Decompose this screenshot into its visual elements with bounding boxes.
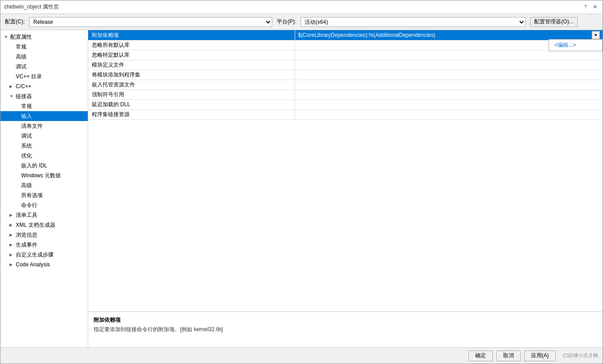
tree-arrow-xml-gen: ▶ [9, 221, 15, 229]
tree-item-linker-system[interactable]: 系统 [0, 141, 88, 151]
prop-row-7[interactable]: 延迟加载的 DLL [88, 100, 603, 110]
tree-label-browse-info: 浏览信息 [16, 231, 37, 239]
tree-label-linker-idl: 嵌入的 IDL [21, 162, 47, 170]
tree-arrow-browse-info: ▶ [9, 231, 15, 239]
close-button[interactable]: ✕ [591, 4, 599, 10]
tree-label-linker-opt: 优化 [21, 152, 32, 160]
tree-item-advanced[interactable]: 高级 [0, 52, 88, 62]
tree-item-linker[interactable]: ▼链接器 [0, 91, 88, 101]
prop-row-6[interactable]: 强制符号引用 [88, 90, 603, 100]
tree-item-linker-winmeta[interactable]: Windows 元数据 [0, 171, 88, 180]
config-label: 配置(C): [5, 18, 25, 26]
tree-item-xml-gen[interactable]: ▶XML 文档生成器 [0, 220, 88, 230]
tree-item-linker-idl[interactable]: 嵌入的 IDL [0, 161, 88, 171]
cancel-button[interactable]: 取消 [496, 351, 521, 361]
tree-arrow-code-analysis: ▶ [9, 261, 15, 269]
config-manager-button[interactable]: 配置管理器(O)... [530, 17, 577, 27]
tree-label-advanced: 高级 [16, 53, 27, 61]
config-select[interactable]: Release [29, 17, 272, 27]
prop-value-8[interactable] [295, 110, 603, 119]
tree-item-linker-debug[interactable]: 调试 [0, 131, 88, 141]
watermark: CSD博小天才网 [563, 352, 598, 359]
info-description: 指定要添加到链接命令行的附加项。[例如 kernel32.lib] [94, 326, 597, 333]
tree-item-cpp[interactable]: ▶C/C++ [0, 81, 88, 91]
tree-label-linker: 链接器 [16, 92, 32, 100]
prop-name-5: 嵌入托管资源文件 [88, 80, 295, 90]
tree-label-build-events: 生成事件 [16, 241, 37, 249]
tree-item-code-analysis[interactable]: ▶Code Analysis [0, 260, 88, 270]
tree-item-linker-manifest[interactable]: 清单文件 [0, 121, 88, 131]
tree-item-config-props[interactable]: ▼配置属性 [0, 32, 88, 42]
tree-item-linker-all[interactable]: 所有选项 [0, 190, 88, 200]
tree-item-linker-adv[interactable]: 高级 [0, 180, 88, 190]
tree-item-custom-build[interactable]: ▶自定义生成步骤 [0, 250, 88, 260]
tree-arrow-manifest-tool: ▶ [9, 211, 15, 219]
tree-item-vc-dirs[interactable]: VC++ 目录 [0, 72, 88, 81]
tree-label-linker-all: 所有选项 [21, 191, 43, 199]
tree-label-linker-winmeta: Windows 元数据 [21, 171, 61, 180]
prop-name-6: 强制符号引用 [88, 90, 295, 99]
tree-label-linker-system: 系统 [21, 142, 32, 150]
prop-row-4[interactable]: 将模块添加到程序集 [88, 70, 603, 80]
ok-button[interactable]: 确定 [468, 351, 493, 361]
tree-container: ▼配置属性常规高级调试VC++ 目录▶C/C++▼链接器常规输入清单文件调试系统… [0, 32, 88, 270]
props-container: 附加依赖项$(CoreLibraryDependencies);%(Additi… [88, 30, 603, 120]
prop-row-1[interactable]: 忽略所有默认库 [88, 40, 603, 50]
prop-value-3[interactable] [295, 60, 603, 70]
prop-name-0: 附加依赖项 [88, 30, 295, 40]
prop-row-0[interactable]: 附加依赖项$(CoreLibraryDependencies);%(Additi… [88, 30, 603, 40]
prop-value-7[interactable] [295, 100, 603, 109]
main-area: ▼配置属性常规高级调试VC++ 目录▶C/C++▼链接器常规输入清单文件调试系统… [0, 30, 603, 347]
bottom-bar: 确定 取消 应用(A) CSD博小天才网 [0, 347, 603, 364]
tree-label-cpp: C/C++ [16, 82, 32, 90]
title-bar-controls: ? ✕ [582, 4, 599, 10]
prop-name-2: 忽略特定默认库 [88, 50, 295, 60]
prop-row-8[interactable]: 程序集链接资源 [88, 110, 603, 120]
tree-label-xml-gen: XML 文档生成器 [16, 221, 55, 229]
tree-label-linker-adv: 高级 [21, 181, 32, 189]
prop-value-0[interactable]: $(CoreLibraryDependencies);%(AdditionalD… [295, 30, 603, 40]
prop-row-5[interactable]: 嵌入托管资源文件 [88, 80, 603, 90]
tree-label-code-analysis: Code Analysis [16, 261, 50, 269]
prop-name-3: 模块定义文件 [88, 60, 295, 70]
tree-item-linker-general[interactable]: 常规 [0, 101, 88, 111]
tree-item-manifest-tool[interactable]: ▶清单工具 [0, 210, 88, 220]
help-button[interactable]: ? [582, 4, 589, 10]
info-panel: 附加依赖项 指定要添加到链接命令行的附加项。[例如 kernel32.lib] [88, 311, 603, 347]
tree-item-general[interactable]: 常规 [0, 42, 88, 52]
tree-label-general: 常规 [16, 43, 27, 51]
main-window: chebwin_object 属性页 ? ✕ 配置(C): Release 平台… [0, 0, 603, 364]
prop-dropdown-menu-item-edit[interactable]: <编辑...> [549, 40, 602, 50]
tree-label-linker-debug: 调试 [21, 132, 32, 140]
tree-label-vc-dirs: VC++ 目录 [16, 72, 42, 81]
window-title: chebwin_object 属性页 [4, 3, 59, 11]
prop-value-6[interactable] [295, 90, 603, 99]
props-table: 附加依赖项$(CoreLibraryDependencies);%(Additi… [88, 30, 603, 311]
prop-row-2[interactable]: 忽略特定默认库 [88, 50, 603, 60]
tree-label-manifest-tool: 清单工具 [16, 211, 37, 219]
prop-dropdown-btn-0[interactable]: ▼ [592, 31, 600, 39]
prop-value-text-0: $(CoreLibraryDependencies);%(AdditionalD… [298, 32, 590, 38]
apply-button[interactable]: 应用(A) [524, 351, 556, 361]
tree-item-linker-opt[interactable]: 优化 [0, 151, 88, 161]
prop-value-2[interactable] [295, 50, 603, 60]
tree-arrow-custom-build: ▶ [9, 251, 15, 259]
platform-select[interactable]: 活动(x64) [301, 17, 526, 27]
prop-value-5[interactable] [295, 80, 603, 90]
tree-label-config-props: 配置属性 [10, 33, 32, 41]
tree-item-debug[interactable]: 调试 [0, 62, 88, 72]
tree-label-debug: 调试 [16, 63, 27, 71]
tree-item-linker-input[interactable]: 输入 [0, 111, 88, 121]
tree-arrow-build-events: ▶ [9, 241, 15, 249]
tree-item-build-events[interactable]: ▶生成事件 [0, 240, 88, 250]
tree-item-browse-info[interactable]: ▶浏览信息 [0, 230, 88, 240]
tree-item-linker-cmd[interactable]: 命令行 [0, 200, 88, 210]
prop-row-3[interactable]: 模块定义文件 [88, 60, 603, 70]
prop-value-4[interactable] [295, 70, 603, 80]
platform-label: 平台(P): [277, 18, 296, 26]
tree-arrow-cpp: ▶ [9, 82, 15, 90]
title-bar: chebwin_object 属性页 ? ✕ [0, 0, 603, 14]
prop-name-8: 程序集链接资源 [88, 110, 295, 119]
right-panel: 附加依赖项$(CoreLibraryDependencies);%(Additi… [88, 30, 603, 347]
tree-label-linker-cmd: 命令行 [21, 201, 37, 209]
